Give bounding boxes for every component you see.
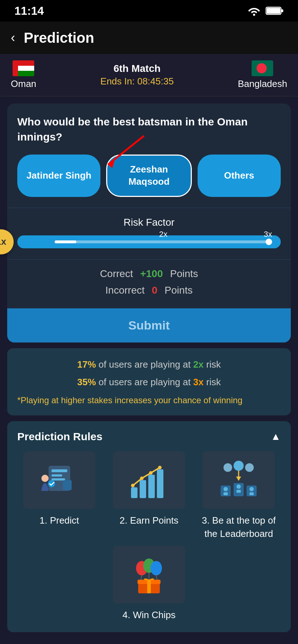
svg-rect-15 [51, 478, 65, 480]
options-row: Jatinder Singh Zeeshan Maqsood Others [17, 155, 281, 197]
wifi-icon [248, 6, 261, 16]
slider-end-dot [266, 239, 272, 245]
stats-risk-2x: 2x [193, 359, 204, 370]
svg-rect-7 [13, 60, 18, 76]
rule-4-text: 4. Win Chips [122, 608, 175, 621]
rules-header: Prediction Rules ▲ [17, 431, 281, 443]
page-title: Prediction [24, 30, 94, 46]
status-time: 11:14 [14, 4, 44, 18]
rule-icon-box-3 [203, 451, 275, 509]
marker-3x: 3x [264, 230, 272, 239]
option-zeeshan[interactable]: Zeeshan Maqsood [106, 155, 191, 197]
rule-icon-box-1 [23, 451, 95, 509]
rule-2-text: 2. Earn Points [119, 514, 178, 527]
stats-text-2: of users are playing at [96, 377, 193, 387]
svg-point-18 [41, 475, 49, 482]
status-bar: 11:14 [0, 0, 298, 22]
svg-rect-13 [51, 469, 67, 472]
svg-rect-46 [147, 580, 151, 593]
question-text: Who would be the best batsman in the Oma… [17, 114, 281, 144]
incorrect-label: Incorrect [105, 285, 145, 296]
svg-marker-31 [236, 477, 241, 481]
svg-rect-5 [18, 66, 34, 71]
option-jatinder[interactable]: Jatinder Singh [17, 155, 100, 197]
svg-rect-1 [281, 9, 283, 12]
prediction-card: Who would be the best batsman in the Oma… [7, 104, 291, 342]
stats-text-1: of users are playing at [96, 359, 193, 370]
rule-item-2: 2. Earn Points [107, 451, 191, 540]
match-bar: Oman 6th Match Ends In: 08:45:35 Banglad… [0, 54, 298, 96]
incorrect-value: 0 [152, 285, 158, 296]
rules-grid-top: 1. Predict 2. Earn Points [17, 451, 281, 540]
win-chips-icon [127, 553, 171, 596]
collapse-icon[interactable]: ▲ [271, 431, 281, 442]
rules-grid-bottom: 4. Win Chips [17, 546, 281, 621]
match-number: 6th Match [100, 63, 174, 74]
oman-flag-icon [13, 60, 34, 76]
rules-card: Prediction Rules ▲ 1. Predic [7, 421, 291, 632]
svg-rect-38 [224, 492, 228, 495]
rule-item-4: 4. Win Chips [113, 546, 185, 621]
earn-points-icon [127, 459, 171, 502]
svg-point-37 [249, 487, 254, 491]
team2-name: Bangladesh [238, 78, 287, 89]
svg-rect-21 [148, 475, 155, 498]
stats-card: 17% of users are playing at 2x risk 35% … [7, 348, 291, 416]
option-others[interactable]: Others [198, 155, 281, 197]
rules-title: Prediction Rules [17, 431, 103, 443]
svg-point-36 [236, 484, 241, 489]
submit-button[interactable]: Submit [7, 308, 291, 342]
rule-icon-box-4 [113, 546, 185, 603]
match-center: 6th Match Ends In: 08:45:35 [100, 63, 174, 87]
correct-value: +100 [140, 268, 163, 280]
svg-point-27 [224, 463, 232, 472]
svg-point-16 [48, 480, 55, 487]
marker-2x: 2x [159, 230, 167, 239]
svg-rect-6 [18, 71, 34, 76]
svg-rect-2 [267, 8, 280, 14]
correct-unit: Points [170, 268, 198, 280]
svg-point-24 [140, 477, 144, 480]
rule-item-3: 3. Be at the top of the Leaderboard [197, 451, 281, 540]
stats-end-1: risk [204, 359, 221, 370]
ends-in-timer: Ends In: 08:45:35 [100, 76, 174, 87]
svg-rect-39 [236, 490, 241, 493]
svg-point-28 [234, 461, 244, 471]
team2-item: Bangladesh [238, 60, 287, 89]
svg-rect-22 [157, 469, 163, 498]
rule-icon-box-2 [113, 451, 185, 509]
header: ‹ Prediction [0, 22, 298, 54]
stats-risk-3x: 3x [193, 377, 204, 387]
svg-rect-17 [63, 480, 72, 490]
slider-thumb[interactable]: 1x [0, 229, 14, 254]
svg-point-25 [149, 471, 153, 475]
slider-fill [55, 240, 76, 243]
risk-factor-label: Risk Factor [17, 217, 281, 228]
svg-point-9 [257, 63, 267, 73]
predict-icon [38, 459, 81, 502]
leaderboard-icon [217, 459, 260, 502]
bangladesh-flag-icon [252, 60, 273, 76]
svg-point-43 [150, 561, 162, 575]
svg-rect-14 [51, 474, 62, 477]
risk-slider-container: 1x 2x 3x [17, 235, 281, 248]
rule-1-text: 1. Predict [40, 514, 79, 527]
back-button[interactable]: ‹ [11, 30, 15, 45]
svg-rect-40 [249, 492, 254, 495]
battery-icon [266, 6, 284, 15]
svg-rect-20 [140, 480, 146, 498]
incorrect-points-row: Incorrect 0 Points [17, 285, 281, 296]
svg-point-26 [158, 466, 162, 469]
divider-2 [7, 259, 291, 259]
correct-points-row: Correct +100 Points [17, 268, 281, 280]
incorrect-unit: Points [164, 285, 193, 296]
stats-pct-3x: 35% [77, 377, 96, 387]
svg-point-23 [131, 484, 135, 487]
slider-track[interactable]: 2x 3x [55, 240, 272, 243]
points-section: Correct +100 Points Incorrect 0 Points [17, 259, 281, 308]
stats-end-2: risk [204, 377, 221, 387]
team1-item: Oman [11, 60, 36, 89]
stats-line-2: 35% of users are playing at 3x risk [17, 375, 281, 389]
rule-item-1: 1. Predict [17, 451, 101, 540]
bottom-bar [0, 639, 298, 644]
